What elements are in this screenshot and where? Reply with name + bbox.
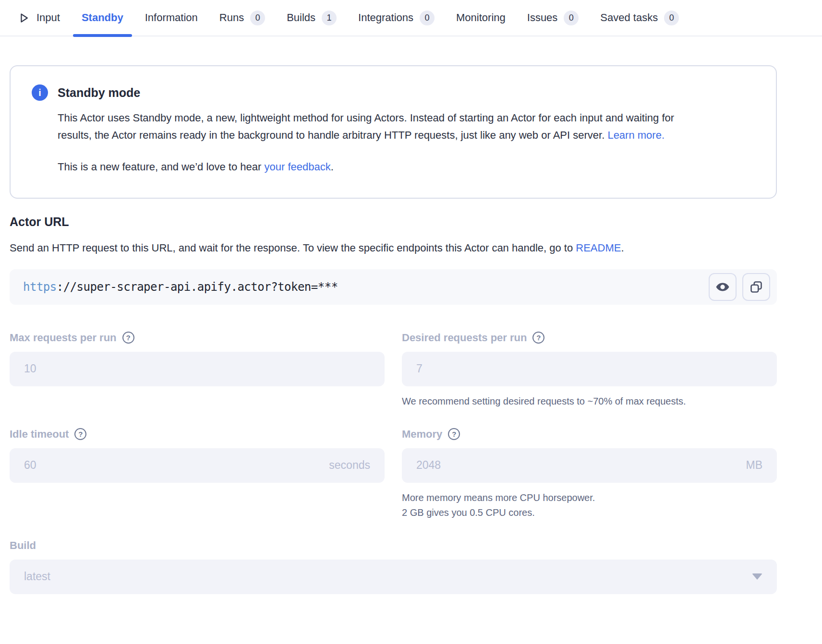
- tab-label: Issues: [527, 12, 558, 24]
- feedback-link[interactable]: your feedback: [264, 161, 330, 173]
- tab-label: Input: [36, 12, 60, 24]
- memory-hint-line-1: More memory means more CPU horsepower.: [402, 490, 777, 505]
- tab-label: Monitoring: [456, 12, 506, 24]
- idle-timeout-label-row: Idle timeout ?: [10, 428, 385, 441]
- memory-input[interactable]: [416, 459, 746, 472]
- count-badge: 0: [664, 11, 679, 25]
- help-icon[interactable]: ?: [74, 428, 86, 440]
- help-icon[interactable]: ?: [448, 428, 460, 440]
- memory-field: Memory ? MB More memory means more CPU h…: [402, 428, 777, 520]
- tab-label: Information: [145, 12, 198, 24]
- feedback-text-end: .: [331, 161, 334, 173]
- learn-more-link[interactable]: Learn more.: [607, 129, 665, 141]
- max-requests-field: Max requests per run ?: [10, 332, 385, 409]
- build-select-value: latest: [24, 570, 50, 583]
- eye-icon: [715, 279, 730, 295]
- tab-label: Standby: [82, 12, 123, 24]
- tab-bar: Input Standby Information Runs 0 Builds …: [0, 0, 822, 36]
- standby-settings-form: Max requests per run ? Desired requests …: [10, 332, 777, 594]
- desired-requests-label-row: Desired requests per run ?: [402, 332, 777, 344]
- chevron-down-icon: [752, 573, 762, 580]
- tab-information[interactable]: Information: [145, 0, 198, 36]
- tab-builds[interactable]: Builds 1: [287, 0, 337, 36]
- memory-label-row: Memory ?: [402, 428, 777, 441]
- tab-monitoring[interactable]: Monitoring: [456, 0, 506, 36]
- reveal-token-button[interactable]: [709, 273, 737, 301]
- tab-label: Runs: [219, 12, 244, 24]
- standby-tab-content: i Standby mode This Actor uses Standby m…: [10, 65, 777, 594]
- build-select[interactable]: latest: [10, 560, 777, 594]
- notice-title: Standby mode: [58, 86, 140, 100]
- info-icon: i: [32, 84, 48, 101]
- max-requests-label-row: Max requests per run ?: [10, 332, 385, 344]
- tab-input[interactable]: Input: [17, 0, 60, 36]
- copy-icon: [749, 280, 763, 294]
- notice-paragraph: This Actor uses Standby mode, a new, lig…: [58, 109, 687, 144]
- idle-timeout-field: Idle timeout ? seconds: [10, 428, 385, 520]
- desired-requests-field: Desired requests per run ? We recommend …: [402, 332, 777, 409]
- tab-issues[interactable]: Issues 0: [527, 0, 579, 36]
- idle-timeout-label: Idle timeout: [10, 428, 69, 441]
- idle-timeout-unit: seconds: [329, 459, 370, 472]
- feedback-paragraph: This is a new feature, and we’d love to …: [58, 158, 687, 176]
- help-icon[interactable]: ?: [532, 332, 544, 344]
- actor-url-bar: https://super-scraper-api.apify.actor?to…: [10, 269, 777, 305]
- tab-integrations[interactable]: Integrations 0: [358, 0, 435, 36]
- max-requests-input-box: [10, 352, 385, 386]
- max-requests-input[interactable]: [24, 362, 370, 375]
- memory-input-box: MB: [402, 448, 777, 483]
- memory-hint: More memory means more CPU horsepower. 2…: [402, 490, 777, 520]
- build-field: Build latest: [10, 539, 777, 594]
- url-rest: ://super-scraper-api.apify.actor?token=*…: [57, 280, 338, 294]
- tab-label: Builds: [287, 12, 315, 24]
- copy-url-button[interactable]: [742, 273, 770, 301]
- count-badge: 0: [250, 11, 265, 25]
- play-icon: [17, 12, 30, 24]
- count-badge: 0: [564, 11, 579, 25]
- help-icon[interactable]: ?: [122, 332, 134, 344]
- tab-label: Saved tasks: [600, 12, 658, 24]
- standby-notice-card: i Standby mode This Actor uses Standby m…: [10, 65, 777, 199]
- url-scheme: https: [23, 280, 57, 294]
- readme-link[interactable]: README: [576, 242, 621, 254]
- desired-requests-label: Desired requests per run: [402, 332, 527, 344]
- max-requests-label: Max requests per run: [10, 332, 117, 344]
- desired-requests-hint: We recommend setting desired requests to…: [402, 394, 777, 409]
- actor-url-description-text: Send an HTTP request to this URL, and wa…: [10, 242, 576, 254]
- idle-timeout-input-box: seconds: [10, 448, 385, 483]
- actor-url-description: Send an HTTP request to this URL, and wa…: [10, 239, 682, 257]
- tab-runs[interactable]: Runs 0: [219, 0, 265, 36]
- count-badge: 0: [420, 11, 435, 25]
- tab-standby[interactable]: Standby: [82, 0, 123, 36]
- actor-url-heading: Actor URL: [10, 215, 777, 229]
- count-badge: 1: [322, 11, 337, 25]
- actor-url-description-end: .: [621, 242, 624, 254]
- desired-requests-input[interactable]: [416, 362, 762, 375]
- memory-label: Memory: [402, 428, 442, 441]
- tab-saved-tasks[interactable]: Saved tasks 0: [600, 0, 679, 36]
- notice-text: This Actor uses Standby mode, a new, lig…: [58, 112, 674, 141]
- build-label-row: Build: [10, 539, 777, 552]
- actor-url-text: https://super-scraper-api.apify.actor?to…: [23, 280, 703, 294]
- build-label: Build: [10, 539, 36, 552]
- feedback-text: This is a new feature, and we’d love to …: [58, 161, 264, 173]
- desired-requests-input-box: [402, 352, 777, 386]
- memory-unit: MB: [746, 459, 763, 472]
- memory-hint-line-2: 2 GB gives you 0.5 CPU cores.: [402, 505, 777, 520]
- tab-label: Integrations: [358, 12, 413, 24]
- idle-timeout-input[interactable]: [24, 459, 329, 472]
